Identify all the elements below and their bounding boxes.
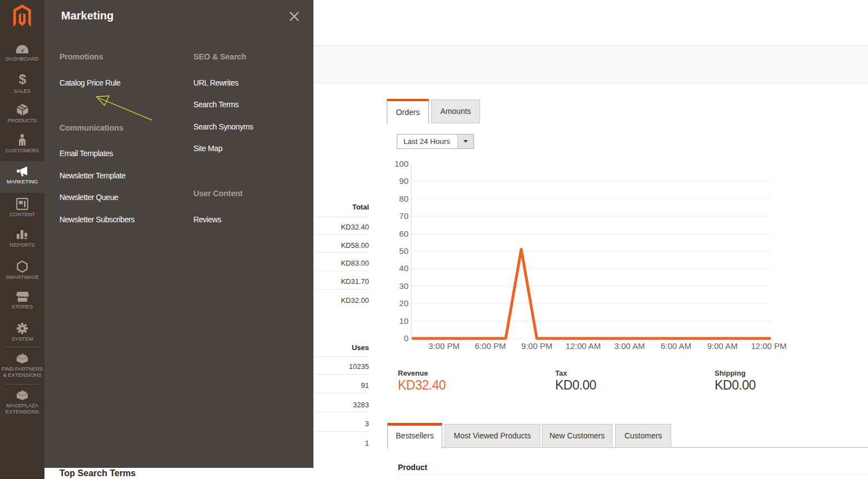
svg-text:60: 60 xyxy=(399,229,408,238)
svg-text:6:00 PM: 6:00 PM xyxy=(475,341,506,351)
svg-text:9:00 AM: 9:00 AM xyxy=(707,341,737,351)
svg-text:50: 50 xyxy=(399,246,408,256)
svg-text:40: 40 xyxy=(399,263,408,273)
svg-text:80: 80 xyxy=(399,194,408,203)
svg-text:12:00 AM: 12:00 AM xyxy=(566,341,601,351)
svg-text:20: 20 xyxy=(399,298,408,308)
svg-text:0: 0 xyxy=(404,333,408,343)
svg-text:10: 10 xyxy=(399,316,408,326)
svg-text:30: 30 xyxy=(399,281,408,291)
svg-text:$: $ xyxy=(18,72,26,87)
svg-text:90: 90 xyxy=(399,176,408,186)
svg-text:12:00 PM: 12:00 PM xyxy=(751,341,786,351)
svg-text:3:00 AM: 3:00 AM xyxy=(614,341,645,351)
svg-text:3:00 PM: 3:00 PM xyxy=(428,341,460,351)
svg-text:6:00 AM: 6:00 AM xyxy=(661,341,691,351)
svg-text:70: 70 xyxy=(399,211,408,221)
svg-text:100: 100 xyxy=(395,160,408,168)
svg-text:9:00 PM: 9:00 PM xyxy=(521,341,552,351)
